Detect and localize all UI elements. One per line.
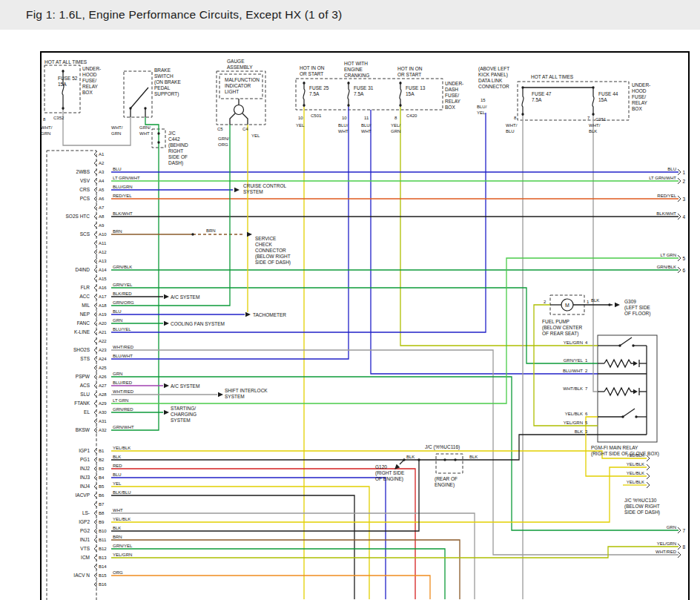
pin-A13: A13 bbox=[99, 259, 107, 263]
jc-c442-label: J/CC442(BEHINDRIGHTSIDE OFDASH) bbox=[168, 131, 188, 166]
pin-B5: B5 bbox=[99, 484, 105, 489]
pin-B14: B14 bbox=[99, 564, 107, 569]
edge-label: GRN bbox=[667, 525, 676, 530]
junction-dot bbox=[62, 70, 64, 72]
underdash-box-label: UNDER-DASHFUSE/RELAYBOX bbox=[445, 81, 463, 110]
junction-dot bbox=[443, 458, 446, 461]
fuse31-symbol bbox=[348, 82, 349, 107]
signal-bksw: BKSW bbox=[76, 427, 90, 432]
edge-label: BLK/WHT bbox=[656, 211, 676, 216]
signal-inj1: INJ1 bbox=[80, 537, 90, 542]
edge-label: LT GRN/WHT bbox=[649, 176, 676, 180]
page: Fig 1: 1.6L, Engine Performance Circuits… bbox=[0, 0, 700, 600]
signal-vts: VTS bbox=[80, 546, 90, 551]
junction-dot bbox=[347, 82, 349, 84]
pin-bracket-B7 bbox=[94, 501, 97, 507]
g309-label: G309(LEFT SIDEOF FLOOR) bbox=[624, 299, 651, 317]
signal-el: EL bbox=[84, 409, 90, 415]
junction-dot bbox=[399, 104, 401, 106]
gauge-assembly-label: GAUGEASSEMBLY bbox=[227, 59, 253, 70]
wire-label-a32: GRN/WHT bbox=[113, 425, 134, 429]
bulb-lead-left bbox=[230, 113, 235, 125]
signal-pcs: PCS bbox=[80, 196, 90, 201]
pin-15: 15 bbox=[481, 98, 486, 102]
jc-row-label: YEL/BLK bbox=[627, 480, 644, 484]
junction-dot bbox=[632, 344, 634, 346]
edge-label: WHT/RED bbox=[656, 550, 677, 554]
starting-charging-label: STARTING/CHARGINGSYSTEM bbox=[171, 406, 197, 423]
jc-uc116-box bbox=[436, 454, 463, 473]
signal-inj4: INJ4 bbox=[80, 484, 90, 489]
hot-in-on-2: HOT IN ONOR START bbox=[397, 66, 423, 77]
wire-label-a5: BLU/GRN bbox=[113, 185, 133, 189]
relay-pin-num: 2 bbox=[585, 369, 588, 373]
signal-k-line: K-LINE bbox=[74, 329, 90, 334]
diode bbox=[633, 389, 638, 394]
wire-label-a23: WHT/RED bbox=[113, 345, 134, 349]
pin-A28: A28 bbox=[99, 392, 107, 397]
junction-dot bbox=[399, 82, 401, 84]
fuse52-box bbox=[44, 65, 80, 113]
junction-dot bbox=[521, 113, 524, 115]
signal-acc: ACC bbox=[79, 294, 90, 299]
pin-bracket-A9 bbox=[94, 222, 97, 228]
bulb-lead-right bbox=[242, 113, 248, 125]
signal-fanc: FANC bbox=[77, 320, 90, 326]
edge-num: 8 bbox=[683, 544, 686, 550]
pin-bracket-A22 bbox=[94, 338, 97, 344]
pin-A21: A21 bbox=[99, 330, 107, 334]
pin-A29: A29 bbox=[99, 401, 107, 406]
signal-ftank: FTANK bbox=[74, 400, 90, 406]
junction-dot bbox=[129, 107, 131, 109]
relay-pin-num: 7 bbox=[585, 386, 588, 391]
bluwht-label-2: BLU/WHT bbox=[361, 123, 372, 133]
wire-label-b1: YEL/BLK bbox=[113, 446, 131, 450]
arrow-cooling-fan bbox=[164, 321, 169, 326]
signal-sts: STS bbox=[80, 356, 90, 361]
junction-dot bbox=[157, 141, 159, 143]
pin-A31: A31 bbox=[99, 419, 107, 423]
signal-iacvp: IACVP bbox=[75, 492, 90, 498]
blk-label-right: BLK bbox=[469, 455, 478, 459]
relay-pin-num: 6 bbox=[585, 412, 588, 416]
wire-b6-blkblu bbox=[111, 495, 354, 599]
wire-label-b4: BLU bbox=[113, 472, 122, 477]
pin-B13: B13 bbox=[99, 556, 107, 560]
jc-uc130-label: J/C %%UC130(BELOW RIGHTSIDE OF DASH) bbox=[624, 498, 660, 515]
pin-A3: A3 bbox=[99, 170, 105, 174]
arrow-shift-interlock bbox=[218, 392, 223, 397]
pin-A30: A30 bbox=[99, 410, 107, 415]
fuel-pump-label: FUEL PUMP(BELOW CENTEROF REAR SEAT) bbox=[542, 319, 582, 337]
pin-bracket-A23 bbox=[94, 347, 97, 353]
edge-label: GRN/BLK bbox=[657, 265, 676, 269]
edge-num: 4 bbox=[683, 214, 686, 220]
service-check-label: SERVICECHECKCONNECTOR(BELOW RIGHTSIDE OF… bbox=[255, 236, 291, 266]
wire-b1-yelblk bbox=[111, 451, 647, 458]
jc-row-mark bbox=[647, 482, 650, 488]
cruise-control-label: CRUISE CONTROLSYSTEM bbox=[243, 183, 287, 194]
rear-of-engine-label: (REAR OFENGINE) bbox=[435, 476, 458, 488]
wire-label-a4: LT GRN/WHT bbox=[113, 176, 140, 180]
relay-switch-arm bbox=[620, 337, 632, 346]
underhood-box-label-2: UNDER-HOODFUSE/RELAYBOX bbox=[632, 82, 650, 111]
wire-label-b12: GRN/YEL bbox=[113, 544, 133, 548]
junction-dot bbox=[347, 104, 349, 106]
pin-B3: B3 bbox=[99, 467, 105, 471]
signal-sho2s: SHO2S bbox=[73, 347, 90, 352]
brake-switch-label: BRAKESWITCH(ON BRAKEPEDALSUPPORT) bbox=[154, 67, 181, 97]
pin-A11: A11 bbox=[99, 241, 107, 245]
junction-dot bbox=[635, 415, 637, 418]
wire-label-a8: BLK/WHT bbox=[113, 211, 133, 216]
whtgrn-label-1: WHT/GRN bbox=[41, 125, 53, 136]
wire-whtblk-fuse44 bbox=[593, 116, 598, 392]
jc-row-mark bbox=[647, 464, 650, 470]
junction-dot bbox=[621, 415, 624, 418]
pin-bracket-A10 bbox=[94, 231, 97, 237]
pin-A1: A1 bbox=[99, 152, 105, 156]
pin-A22: A22 bbox=[99, 339, 107, 343]
pin-A5: A5 bbox=[99, 188, 105, 192]
pin-B11: B11 bbox=[99, 538, 107, 542]
signal-pg2: PG2 bbox=[80, 528, 90, 533]
signal-mil: MIL bbox=[82, 303, 90, 308]
pin-bracket-B6 bbox=[94, 492, 97, 498]
